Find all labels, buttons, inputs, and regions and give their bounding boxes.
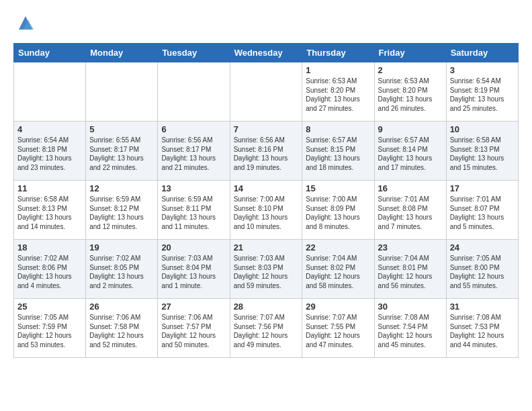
- day-number: 6: [161, 124, 226, 134]
- calendar-cell: [230, 62, 302, 122]
- day-number: 28: [234, 302, 299, 312]
- day-number: 11: [17, 183, 82, 193]
- day-info: Sunrise: 6:54 AM Sunset: 8:18 PM Dayligh…: [17, 136, 82, 172]
- calendar-cell: 25Sunrise: 7:05 AM Sunset: 7:59 PM Dayli…: [14, 299, 86, 358]
- col-header-tuesday: Tuesday: [158, 44, 230, 62]
- calendar-cell: 3Sunrise: 6:54 AM Sunset: 8:19 PM Daylig…: [446, 62, 518, 122]
- col-header-thursday: Thursday: [302, 44, 374, 62]
- calendar-cell: [14, 62, 86, 122]
- day-number: 14: [234, 183, 299, 193]
- day-info: Sunrise: 7:01 AM Sunset: 8:08 PM Dayligh…: [378, 195, 443, 231]
- day-number: 18: [17, 242, 82, 253]
- col-header-wednesday: Wednesday: [230, 44, 302, 62]
- calendar-cell: 29Sunrise: 7:07 AM Sunset: 7:55 PM Dayli…: [302, 299, 374, 358]
- day-number: 20: [161, 242, 226, 253]
- calendar-cell: 24Sunrise: 7:05 AM Sunset: 8:00 PM Dayli…: [446, 240, 518, 299]
- day-number: 2: [378, 65, 443, 75]
- calendar-cell: 9Sunrise: 6:57 AM Sunset: 8:14 PM Daylig…: [374, 122, 446, 181]
- day-number: 24: [450, 242, 515, 253]
- calendar-week-3: 11Sunrise: 6:58 AM Sunset: 8:13 PM Dayli…: [14, 181, 519, 240]
- day-number: 27: [161, 302, 226, 312]
- day-number: 1: [306, 65, 370, 75]
- calendar-week-4: 18Sunrise: 7:02 AM Sunset: 8:06 PM Dayli…: [14, 240, 519, 299]
- calendar-cell: 14Sunrise: 7:00 AM Sunset: 8:10 PM Dayli…: [230, 181, 302, 240]
- logo-icon: [16, 13, 35, 32]
- day-number: 10: [450, 124, 515, 134]
- col-header-sunday: Sunday: [14, 44, 86, 62]
- calendar-cell: 30Sunrise: 7:08 AM Sunset: 7:54 PM Dayli…: [374, 299, 446, 358]
- day-info: Sunrise: 7:04 AM Sunset: 8:01 PM Dayligh…: [378, 254, 443, 290]
- calendar-cell: 26Sunrise: 7:06 AM Sunset: 7:58 PM Dayli…: [86, 299, 158, 358]
- calendar-cell: 31Sunrise: 7:08 AM Sunset: 7:53 PM Dayli…: [446, 299, 518, 358]
- day-number: 4: [17, 124, 82, 134]
- day-info: Sunrise: 6:53 AM Sunset: 8:20 PM Dayligh…: [378, 77, 443, 113]
- day-info: Sunrise: 7:00 AM Sunset: 8:10 PM Dayligh…: [234, 195, 299, 231]
- day-number: 25: [17, 302, 82, 312]
- calendar-cell: 2Sunrise: 6:53 AM Sunset: 8:20 PM Daylig…: [374, 62, 446, 122]
- day-info: Sunrise: 6:54 AM Sunset: 8:19 PM Dayligh…: [450, 77, 515, 113]
- calendar-cell: 19Sunrise: 7:02 AM Sunset: 8:05 PM Dayli…: [86, 240, 158, 299]
- day-info: Sunrise: 6:55 AM Sunset: 8:17 PM Dayligh…: [89, 136, 154, 172]
- col-header-friday: Friday: [374, 44, 446, 62]
- calendar-cell: [86, 62, 158, 122]
- calendar-cell: 15Sunrise: 7:00 AM Sunset: 8:09 PM Dayli…: [302, 181, 374, 240]
- day-info: Sunrise: 6:56 AM Sunset: 8:17 PM Dayligh…: [161, 136, 226, 172]
- calendar-cell: 6Sunrise: 6:56 AM Sunset: 8:17 PM Daylig…: [158, 122, 230, 181]
- calendar-cell: 1Sunrise: 6:53 AM Sunset: 8:20 PM Daylig…: [302, 62, 374, 122]
- calendar-cell: 16Sunrise: 7:01 AM Sunset: 8:08 PM Dayli…: [374, 181, 446, 240]
- day-info: Sunrise: 7:06 AM Sunset: 7:58 PM Dayligh…: [89, 313, 154, 349]
- day-info: Sunrise: 7:06 AM Sunset: 7:57 PM Dayligh…: [161, 313, 226, 349]
- day-number: 7: [234, 124, 299, 134]
- calendar-cell: [158, 62, 230, 122]
- calendar-cell: 11Sunrise: 6:58 AM Sunset: 8:13 PM Dayli…: [14, 181, 86, 240]
- calendar-cell: 8Sunrise: 6:57 AM Sunset: 8:15 PM Daylig…: [302, 122, 374, 181]
- day-info: Sunrise: 6:57 AM Sunset: 8:14 PM Dayligh…: [378, 136, 443, 172]
- day-number: 13: [161, 183, 226, 193]
- day-number: 22: [306, 242, 370, 253]
- day-info: Sunrise: 7:07 AM Sunset: 7:55 PM Dayligh…: [306, 313, 370, 349]
- day-info: Sunrise: 7:05 AM Sunset: 8:00 PM Dayligh…: [450, 254, 515, 290]
- day-info: Sunrise: 7:02 AM Sunset: 8:05 PM Dayligh…: [89, 254, 154, 290]
- day-number: 21: [234, 242, 299, 253]
- day-number: 23: [378, 242, 443, 253]
- day-number: 3: [450, 65, 515, 75]
- calendar-cell: 27Sunrise: 7:06 AM Sunset: 7:57 PM Dayli…: [158, 299, 230, 358]
- day-number: 8: [306, 124, 370, 134]
- logo: [13, 13, 35, 32]
- calendar-cell: 18Sunrise: 7:02 AM Sunset: 8:06 PM Dayli…: [14, 240, 86, 299]
- col-header-monday: Monday: [86, 44, 158, 62]
- day-info: Sunrise: 7:02 AM Sunset: 8:06 PM Dayligh…: [17, 254, 82, 290]
- day-number: 9: [378, 124, 443, 134]
- day-info: Sunrise: 6:59 AM Sunset: 8:12 PM Dayligh…: [89, 195, 154, 231]
- calendar-cell: 22Sunrise: 7:04 AM Sunset: 8:02 PM Dayli…: [302, 240, 374, 299]
- calendar-cell: 13Sunrise: 6:59 AM Sunset: 8:11 PM Dayli…: [158, 181, 230, 240]
- day-info: Sunrise: 7:03 AM Sunset: 8:03 PM Dayligh…: [234, 254, 299, 290]
- day-info: Sunrise: 6:59 AM Sunset: 8:11 PM Dayligh…: [161, 195, 226, 231]
- header: [13, 13, 519, 32]
- calendar-week-5: 25Sunrise: 7:05 AM Sunset: 7:59 PM Dayli…: [14, 299, 519, 358]
- day-info: Sunrise: 6:53 AM Sunset: 8:20 PM Dayligh…: [306, 77, 370, 113]
- calendar-week-1: 1Sunrise: 6:53 AM Sunset: 8:20 PM Daylig…: [14, 62, 519, 122]
- calendar-cell: 23Sunrise: 7:04 AM Sunset: 8:01 PM Dayli…: [374, 240, 446, 299]
- day-info: Sunrise: 7:05 AM Sunset: 7:59 PM Dayligh…: [17, 313, 82, 349]
- day-number: 15: [306, 183, 370, 193]
- day-number: 29: [306, 302, 370, 312]
- calendar-week-2: 4Sunrise: 6:54 AM Sunset: 8:18 PM Daylig…: [14, 122, 519, 181]
- day-info: Sunrise: 7:04 AM Sunset: 8:02 PM Dayligh…: [306, 254, 370, 290]
- calendar-cell: 21Sunrise: 7:03 AM Sunset: 8:03 PM Dayli…: [230, 240, 302, 299]
- day-info: Sunrise: 6:58 AM Sunset: 8:13 PM Dayligh…: [17, 195, 82, 231]
- day-info: Sunrise: 7:08 AM Sunset: 7:53 PM Dayligh…: [450, 313, 515, 349]
- calendar-cell: 10Sunrise: 6:58 AM Sunset: 8:13 PM Dayli…: [446, 122, 518, 181]
- calendar-cell: 28Sunrise: 7:07 AM Sunset: 7:56 PM Dayli…: [230, 299, 302, 358]
- calendar-cell: 12Sunrise: 6:59 AM Sunset: 8:12 PM Dayli…: [86, 181, 158, 240]
- day-number: 17: [450, 183, 515, 193]
- day-info: Sunrise: 6:58 AM Sunset: 8:13 PM Dayligh…: [450, 136, 515, 172]
- calendar-table: SundayMondayTuesdayWednesdayThursdayFrid…: [13, 43, 519, 358]
- calendar-cell: 7Sunrise: 6:56 AM Sunset: 8:16 PM Daylig…: [230, 122, 302, 181]
- calendar-cell: 17Sunrise: 7:01 AM Sunset: 8:07 PM Dayli…: [446, 181, 518, 240]
- day-number: 12: [89, 183, 154, 193]
- calendar-cell: 5Sunrise: 6:55 AM Sunset: 8:17 PM Daylig…: [86, 122, 158, 181]
- day-info: Sunrise: 6:56 AM Sunset: 8:16 PM Dayligh…: [234, 136, 299, 172]
- calendar-cell: 4Sunrise: 6:54 AM Sunset: 8:18 PM Daylig…: [14, 122, 86, 181]
- day-number: 5: [89, 124, 154, 134]
